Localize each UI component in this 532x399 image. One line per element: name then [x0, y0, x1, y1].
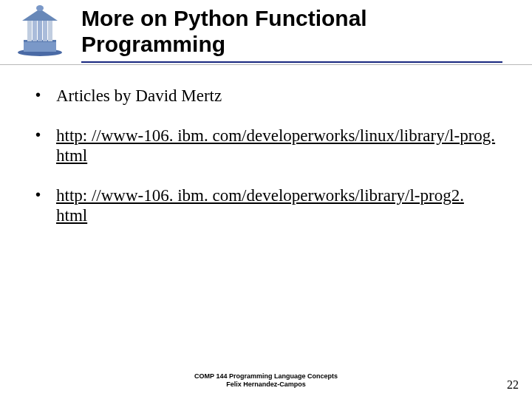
svg-rect-6: [43, 19, 47, 41]
slide-content: • Articles by David Mertz • http: //www-…: [35, 86, 497, 226]
svg-point-8: [36, 5, 44, 11]
page-number: 22: [507, 378, 519, 392]
title-divider-shadow: [0, 64, 532, 65]
svg-rect-1: [24, 41, 56, 52]
bullet-dot-icon: •: [35, 185, 56, 226]
bullet-item: • http: //www-106. ibm. com/developerwor…: [35, 126, 497, 166]
svg-rect-5: [33, 19, 37, 41]
unc-logo: [13, 4, 66, 58]
footer-author: Felix Hernandez-Campos: [0, 381, 532, 389]
link-text[interactable]: http: //www-106. ibm. com/developerworks…: [56, 185, 497, 226]
svg-rect-7: [38, 19, 42, 41]
footer-course: COMP 144 Programming Language Concepts: [0, 372, 532, 381]
slide-footer: COMP 144 Programming Language Concepts F…: [0, 372, 532, 389]
bullet-item: • Articles by David Mertz: [35, 86, 497, 106]
svg-rect-4: [48, 19, 52, 41]
bullet-dot-icon: •: [35, 126, 56, 166]
slide-title: More on Python Functional Programming: [81, 6, 502, 63]
link-text[interactable]: http: //www-106. ibm. com/developerworks…: [56, 126, 497, 166]
bullet-text: Articles by David Mertz: [56, 86, 497, 106]
svg-rect-3: [27, 19, 32, 41]
bullet-item: • http: //www-106. ibm. com/developerwor…: [35, 185, 497, 226]
bullet-dot-icon: •: [35, 86, 56, 106]
well-icon: [13, 4, 66, 58]
slide-header: More on Python Functional Programming: [0, 0, 532, 65]
